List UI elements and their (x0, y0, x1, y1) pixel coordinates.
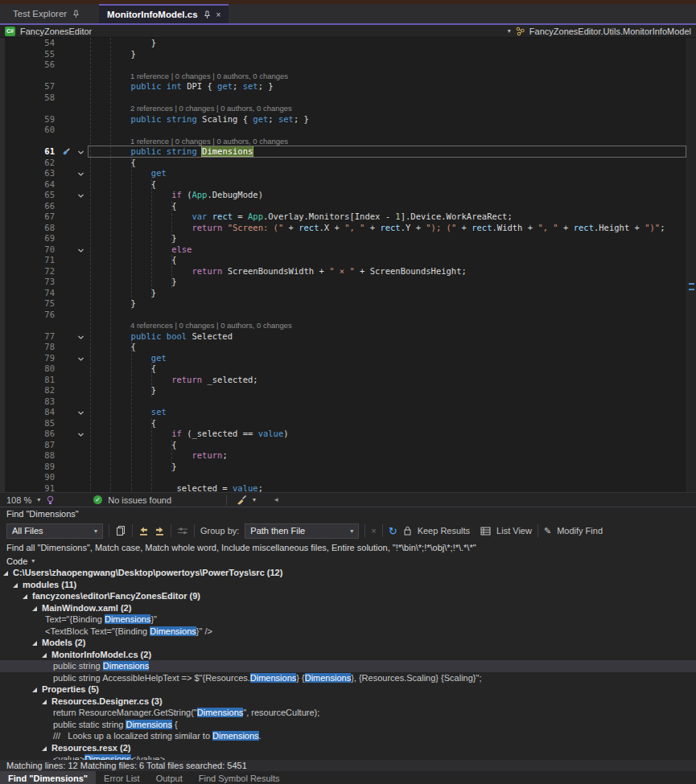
code-line[interactable]: 87 { (0, 440, 696, 451)
line-number[interactable]: 91 (0, 483, 55, 493)
line-number[interactable]: 85 (0, 418, 55, 429)
code-line[interactable]: 77 public bool Selected (0, 331, 696, 343)
codelens-row[interactable]: 1 reference | 0 changes | 0 authors, 0 c… (0, 136, 696, 147)
tree-node[interactable]: fancyzones\editor\FancyZonesEditor (9) (0, 590, 696, 602)
group-by-dropdown[interactable]: Path then File ▾ (245, 523, 359, 539)
tree-match[interactable]: public string Dimensions (0, 660, 696, 672)
code-line[interactable]: 85 { (0, 418, 696, 429)
line-number[interactable]: 54 (0, 38, 55, 49)
tree-match[interactable]: <value>Dimensions</value> (0, 753, 696, 760)
tab-test-explorer[interactable]: Test Explorer (5, 4, 88, 23)
previous-location-icon[interactable] (138, 526, 149, 536)
code-line[interactable]: 72 return ScreenBoundsWidth + " × " + Sc… (0, 266, 696, 277)
code-line[interactable]: 62 { (0, 158, 696, 169)
line-number[interactable]: 81 (0, 375, 55, 386)
line-number[interactable]: 72 (0, 266, 55, 277)
code-editor[interactable]: 54 }55 }561 reference | 0 changes | 0 au… (0, 38, 696, 492)
copy-icon[interactable] (115, 525, 126, 536)
expander-icon[interactable] (42, 650, 51, 659)
line-number[interactable]: 63 (0, 168, 55, 179)
line-number[interactable]: 65 (0, 190, 55, 201)
zoom-level[interactable]: 108 % (6, 495, 31, 505)
code-line[interactable]: 89 } (0, 462, 696, 473)
tree-node[interactable]: modules (11) (0, 579, 696, 591)
expander-icon[interactable] (42, 696, 51, 706)
line-number[interactable]: 68 (0, 223, 55, 234)
result-type-dropdown[interactable]: Code ▾ (0, 555, 696, 567)
code-line[interactable]: 84 set (0, 407, 696, 418)
line-number[interactable]: 61 (0, 146, 55, 158)
codelens-row[interactable]: 4 references | 0 changes | 0 authors, 0 … (0, 320, 696, 331)
line-number[interactable]: 80 (0, 363, 55, 375)
line-number[interactable]: 75 (0, 298, 55, 310)
code-line[interactable]: 74 } (0, 288, 696, 299)
tree-match[interactable]: Text="{Binding Dimensions}" (0, 614, 696, 626)
modify-find-button[interactable]: Modify Find (557, 526, 603, 536)
code-line[interactable]: 71 { (0, 255, 696, 266)
pin-icon[interactable] (204, 10, 211, 19)
code-line[interactable]: 60 (0, 125, 696, 136)
expander-icon[interactable] (13, 580, 23, 589)
code-line[interactable]: 58 (0, 92, 696, 104)
line-number[interactable]: 62 (0, 158, 55, 169)
tree-node[interactable]: Models (2) (0, 637, 696, 649)
code-line[interactable]: 90 (0, 472, 696, 483)
tree-match[interactable]: public string AccessibleHelpText => $"{R… (0, 672, 696, 684)
panel-tab-find-symbol-results[interactable]: Find Symbol Results (191, 771, 288, 784)
code-line[interactable]: 55 } (0, 49, 696, 60)
code-line[interactable]: 65 if (App.DebugMode) (0, 190, 696, 201)
chevron-down-icon[interactable]: ▾ (508, 27, 511, 35)
next-location-icon[interactable] (154, 526, 165, 536)
codelens-text[interactable]: 2 references | 0 changes | 0 authors, 0 … (130, 103, 292, 114)
line-number[interactable]: 86 (0, 429, 55, 440)
code-line[interactable]: 57 public int DPI { get; set; } (0, 81, 696, 92)
suggestions-icon[interactable] (46, 495, 55, 505)
code-line[interactable]: 54 } (0, 38, 696, 49)
line-number[interactable]: 58 (0, 92, 55, 104)
tab-monitorinfomodel[interactable]: MonitorInfoModel.cs × (99, 4, 229, 23)
line-number[interactable]: 70 (0, 244, 55, 256)
health-status-text[interactable]: No issues found (108, 495, 171, 505)
options-icon[interactable] (177, 526, 188, 536)
code-line[interactable]: 76 (0, 310, 696, 321)
editor-vertical-scrollbar[interactable] (686, 38, 696, 492)
code-cleanup-broom-icon[interactable] (236, 495, 247, 505)
panel-tab-error-list[interactable]: Error List (96, 771, 148, 784)
line-number[interactable]: 83 (0, 396, 55, 408)
line-number[interactable]: 57 (0, 81, 55, 92)
codelens-text[interactable]: 1 reference | 0 changes | 0 authors, 0 c… (130, 71, 288, 82)
codelens-text[interactable]: 4 references | 0 changes | 0 authors, 0 … (130, 320, 292, 331)
tree-match[interactable]: <TextBlock Text="{Binding Dimensions}" /… (0, 626, 696, 638)
line-number[interactable]: 84 (0, 407, 55, 418)
code-line[interactable]: 91 _selected = value; (0, 483, 696, 493)
line-number[interactable]: 90 (0, 472, 55, 483)
code-line[interactable]: 81 return _selected; (0, 375, 696, 386)
scope-dropdown[interactable]: All Files ▾ (6, 523, 103, 539)
line-number[interactable]: 56 (0, 60, 55, 71)
tree-node[interactable]: Resources.resx (2) (0, 742, 696, 754)
codelens-text[interactable]: 1 reference | 0 changes | 0 authors, 0 c… (130, 136, 288, 147)
code-line[interactable]: 66 { (0, 201, 696, 212)
code-line[interactable]: 86 if (_selected == value) (0, 429, 696, 440)
find-results-tree[interactable]: C:\Users\zhaopengwang\Desktop\powertoys\… (0, 567, 696, 760)
code-line[interactable]: 59 public string Scaling { get; set; } (0, 114, 696, 125)
code-line[interactable]: 69 } (0, 233, 696, 244)
list-view-button[interactable]: List View (496, 526, 532, 536)
line-number[interactable]: 74 (0, 288, 55, 299)
panel-tab-output[interactable]: Output (148, 771, 191, 784)
line-number[interactable]: 64 (0, 179, 55, 191)
code-line[interactable]: 79 get (0, 353, 696, 364)
code-line[interactable]: 78 { (0, 342, 696, 353)
expander-icon[interactable] (3, 568, 13, 577)
line-number[interactable]: 77 (0, 331, 55, 343)
chevron-down-icon[interactable]: ▾ (253, 496, 256, 503)
expander-icon[interactable] (32, 638, 42, 647)
edit-pencil-icon[interactable]: ✎ (544, 526, 551, 536)
line-number[interactable]: 69 (0, 233, 55, 244)
line-number[interactable]: 87 (0, 440, 55, 451)
expander-icon[interactable] (32, 684, 42, 694)
line-number[interactable]: 82 (0, 385, 55, 396)
code-line[interactable]: 68 return "Screen: (" + rect.X + ", " + … (0, 223, 696, 234)
tree-match[interactable]: return ResourceManager.GetString("Dimens… (0, 707, 696, 719)
line-number[interactable]: 59 (0, 114, 55, 125)
